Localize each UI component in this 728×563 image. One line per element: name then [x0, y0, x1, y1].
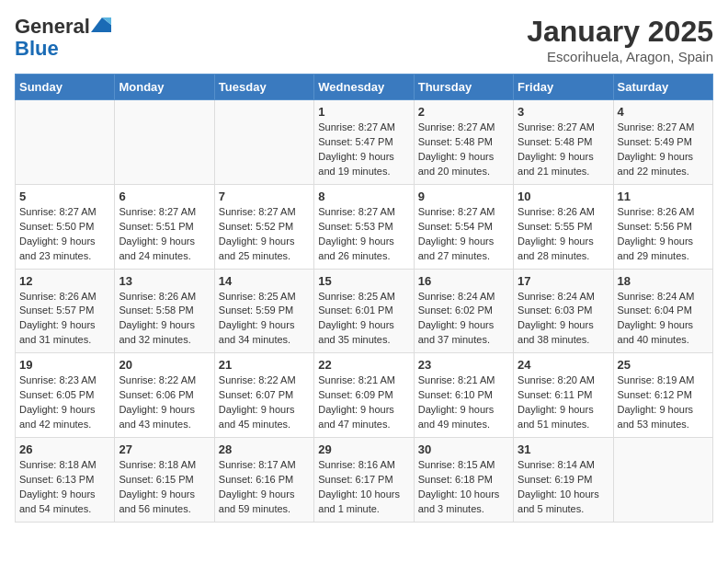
day-info: Sunrise: 8:26 AMSunset: 5:57 PMDaylight:…: [19, 290, 110, 349]
day-info: Sunrise: 8:26 AMSunset: 5:55 PMDaylight:…: [518, 205, 609, 264]
day-number: 1: [318, 105, 409, 119]
day-number: 16: [418, 274, 509, 288]
week-row-0: 1Sunrise: 8:27 AMSunset: 5:47 PMDaylight…: [16, 100, 713, 185]
day-number: 25: [618, 358, 709, 372]
day-info: Sunrise: 8:24 AMSunset: 6:04 PMDaylight:…: [618, 290, 709, 349]
day-header-thursday: Thursday: [414, 75, 513, 100]
day-info: Sunrise: 8:25 AMSunset: 6:01 PMDaylight:…: [318, 290, 409, 349]
day-info: Sunrise: 8:25 AMSunset: 5:59 PMDaylight:…: [219, 290, 310, 349]
day-number: 19: [19, 358, 110, 372]
week-row-1: 5Sunrise: 8:27 AMSunset: 5:50 PMDaylight…: [16, 184, 713, 269]
day-number: 18: [618, 274, 709, 288]
day-number: 30: [418, 442, 509, 456]
day-header-friday: Friday: [514, 75, 613, 100]
day-number: 29: [318, 442, 409, 456]
calendar-cell: 1Sunrise: 8:27 AMSunset: 5:47 PMDaylight…: [314, 100, 414, 185]
calendar-cell: 4Sunrise: 8:27 AMSunset: 5:49 PMDaylight…: [613, 100, 712, 185]
calendar-cell: 14Sunrise: 8:25 AMSunset: 5:59 PMDayligh…: [214, 269, 313, 353]
day-number: 24: [518, 358, 609, 372]
calendar-cell: 26Sunrise: 8:18 AMSunset: 6:13 PMDayligh…: [16, 438, 115, 523]
day-number: 5: [19, 190, 110, 203]
week-row-3: 19Sunrise: 8:23 AMSunset: 6:05 PMDayligh…: [16, 353, 713, 438]
day-info: Sunrise: 8:18 AMSunset: 6:13 PMDaylight:…: [19, 458, 110, 517]
day-info: Sunrise: 8:27 AMSunset: 5:48 PMDaylight:…: [418, 121, 509, 179]
calendar-table: SundayMondayTuesdayWednesdayThursdayFrid…: [15, 74, 713, 523]
day-info: Sunrise: 8:19 AMSunset: 6:12 PMDaylight:…: [618, 373, 709, 432]
day-number: 12: [19, 274, 110, 288]
calendar-cell: [115, 100, 214, 185]
calendar-cell: 22Sunrise: 8:21 AMSunset: 6:09 PMDayligh…: [314, 353, 414, 438]
day-info: Sunrise: 8:22 AMSunset: 6:06 PMDaylight:…: [119, 373, 210, 432]
calendar-cell: [613, 438, 712, 523]
day-number: 2: [418, 105, 509, 119]
calendar-cell: [214, 100, 313, 185]
day-info: Sunrise: 8:18 AMSunset: 6:15 PMDaylight:…: [119, 458, 210, 517]
calendar-cell: 15Sunrise: 8:25 AMSunset: 6:01 PMDayligh…: [314, 269, 414, 353]
day-number: 20: [119, 358, 210, 372]
day-info: Sunrise: 8:17 AMSunset: 6:16 PMDaylight:…: [219, 458, 310, 517]
calendar-cell: 12Sunrise: 8:26 AMSunset: 5:57 PMDayligh…: [16, 269, 115, 353]
day-number: 10: [518, 190, 609, 203]
day-header-tuesday: Tuesday: [214, 75, 313, 100]
logo-icon: [91, 17, 111, 32]
calendar-cell: 5Sunrise: 8:27 AMSunset: 5:50 PMDaylight…: [16, 184, 115, 269]
calendar-cell: 3Sunrise: 8:27 AMSunset: 5:48 PMDaylight…: [514, 100, 613, 185]
calendar-cell: 23Sunrise: 8:21 AMSunset: 6:10 PMDayligh…: [414, 353, 513, 438]
day-number: 3: [518, 105, 609, 119]
calendar-cell: 30Sunrise: 8:15 AMSunset: 6:18 PMDayligh…: [414, 438, 513, 523]
day-number: 23: [418, 358, 509, 372]
calendar-cell: 13Sunrise: 8:26 AMSunset: 5:58 PMDayligh…: [115, 269, 214, 353]
day-info: Sunrise: 8:15 AMSunset: 6:18 PMDaylight:…: [418, 458, 509, 517]
day-info: Sunrise: 8:27 AMSunset: 5:48 PMDaylight:…: [518, 121, 609, 179]
day-number: 31: [518, 442, 609, 456]
calendar-cell: 31Sunrise: 8:14 AMSunset: 6:19 PMDayligh…: [514, 438, 613, 523]
day-number: 17: [518, 274, 609, 288]
calendar-cell: 24Sunrise: 8:20 AMSunset: 6:11 PMDayligh…: [514, 353, 613, 438]
day-info: Sunrise: 8:24 AMSunset: 6:02 PMDaylight:…: [418, 290, 509, 349]
day-info: Sunrise: 8:14 AMSunset: 6:19 PMDaylight:…: [518, 458, 609, 517]
day-info: Sunrise: 8:16 AMSunset: 6:17 PMDaylight:…: [318, 458, 409, 517]
calendar-cell: 16Sunrise: 8:24 AMSunset: 6:02 PMDayligh…: [414, 269, 513, 353]
day-info: Sunrise: 8:21 AMSunset: 6:09 PMDaylight:…: [318, 373, 409, 432]
day-info: Sunrise: 8:27 AMSunset: 5:49 PMDaylight:…: [618, 121, 709, 179]
day-info: Sunrise: 8:20 AMSunset: 6:11 PMDaylight:…: [518, 373, 609, 432]
calendar-cell: 11Sunrise: 8:26 AMSunset: 5:56 PMDayligh…: [613, 184, 712, 269]
calendar-cell: 25Sunrise: 8:19 AMSunset: 6:12 PMDayligh…: [613, 353, 712, 438]
day-header-wednesday: Wednesday: [314, 75, 414, 100]
calendar-cell: 6Sunrise: 8:27 AMSunset: 5:51 PMDaylight…: [115, 184, 214, 269]
location: Escorihuela, Aragon, Spain: [527, 49, 713, 64]
day-number: 4: [618, 105, 709, 119]
calendar-cell: 2Sunrise: 8:27 AMSunset: 5:48 PMDaylight…: [414, 100, 513, 185]
day-info: Sunrise: 8:27 AMSunset: 5:52 PMDaylight:…: [219, 205, 310, 264]
calendar-cell: 19Sunrise: 8:23 AMSunset: 6:05 PMDayligh…: [16, 353, 115, 438]
day-header-saturday: Saturday: [613, 75, 712, 100]
logo-general: General: [15, 15, 90, 39]
day-info: Sunrise: 8:27 AMSunset: 5:53 PMDaylight:…: [318, 205, 409, 264]
calendar-cell: [16, 100, 115, 185]
calendar-cell: 18Sunrise: 8:24 AMSunset: 6:04 PMDayligh…: [613, 269, 712, 353]
day-info: Sunrise: 8:21 AMSunset: 6:10 PMDaylight:…: [418, 373, 509, 432]
day-number: 13: [119, 274, 210, 288]
calendar-cell: 27Sunrise: 8:18 AMSunset: 6:15 PMDayligh…: [115, 438, 214, 523]
day-info: Sunrise: 8:24 AMSunset: 6:03 PMDaylight:…: [518, 290, 609, 349]
day-info: Sunrise: 8:27 AMSunset: 5:47 PMDaylight:…: [318, 121, 409, 179]
week-row-2: 12Sunrise: 8:26 AMSunset: 5:57 PMDayligh…: [16, 269, 713, 353]
calendar-cell: 10Sunrise: 8:26 AMSunset: 5:55 PMDayligh…: [514, 184, 613, 269]
day-header-monday: Monday: [115, 75, 214, 100]
day-info: Sunrise: 8:26 AMSunset: 5:58 PMDaylight:…: [119, 290, 210, 349]
day-number: 14: [219, 274, 310, 288]
day-number: 22: [318, 358, 409, 372]
day-number: 8: [318, 190, 409, 203]
day-number: 26: [19, 442, 110, 456]
month-title: January 2025: [527, 15, 713, 49]
day-header-sunday: Sunday: [16, 75, 115, 100]
title-block: January 2025 Escorihuela, Aragon, Spain: [527, 15, 713, 64]
day-info: Sunrise: 8:23 AMSunset: 6:05 PMDaylight:…: [19, 373, 110, 432]
day-info: Sunrise: 8:26 AMSunset: 5:56 PMDaylight:…: [618, 205, 709, 264]
day-number: 6: [119, 190, 210, 203]
day-number: 7: [219, 190, 310, 203]
day-info: Sunrise: 8:27 AMSunset: 5:50 PMDaylight:…: [19, 205, 110, 264]
calendar-cell: 29Sunrise: 8:16 AMSunset: 6:17 PMDayligh…: [314, 438, 414, 523]
week-row-4: 26Sunrise: 8:18 AMSunset: 6:13 PMDayligh…: [16, 438, 713, 523]
day-info: Sunrise: 8:27 AMSunset: 5:54 PMDaylight:…: [418, 205, 509, 264]
